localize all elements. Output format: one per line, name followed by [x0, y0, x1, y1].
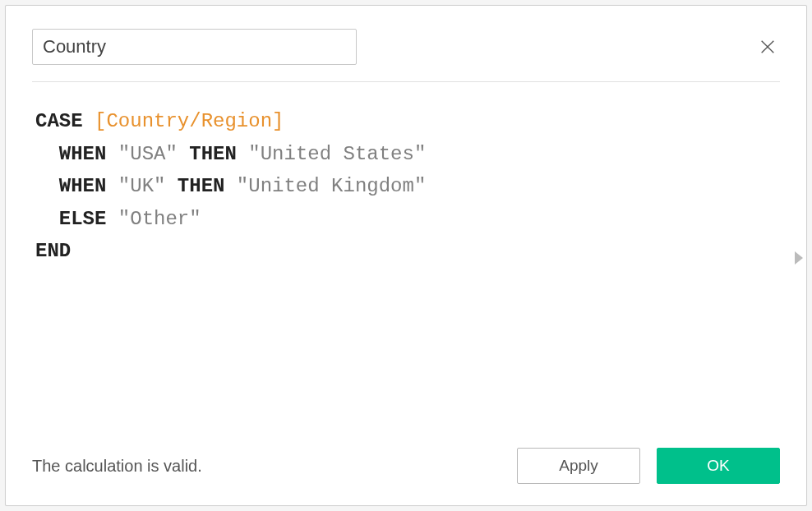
formula-editor[interactable]: CASE [Country/Region] WHEN "USA" THEN "U… — [6, 82, 806, 433]
expand-handle-icon[interactable] — [791, 242, 806, 274]
field-name-input[interactable] — [32, 29, 357, 65]
close-icon[interactable] — [755, 35, 780, 59]
calculated-field-dialog: CASE [Country/Region] WHEN "USA" THEN "U… — [5, 5, 807, 506]
validation-status: The calculation is valid. — [32, 457, 202, 476]
svg-marker-2 — [795, 251, 803, 265]
dialog-header — [6, 6, 806, 81]
formula-editor-container: CASE [Country/Region] WHEN "USA" THEN "U… — [6, 82, 806, 433]
dialog-footer: The calculation is valid. Apply OK — [6, 433, 806, 505]
ok-button[interactable]: OK — [657, 448, 780, 484]
apply-button[interactable]: Apply — [517, 448, 640, 484]
button-row: Apply OK — [517, 448, 780, 484]
